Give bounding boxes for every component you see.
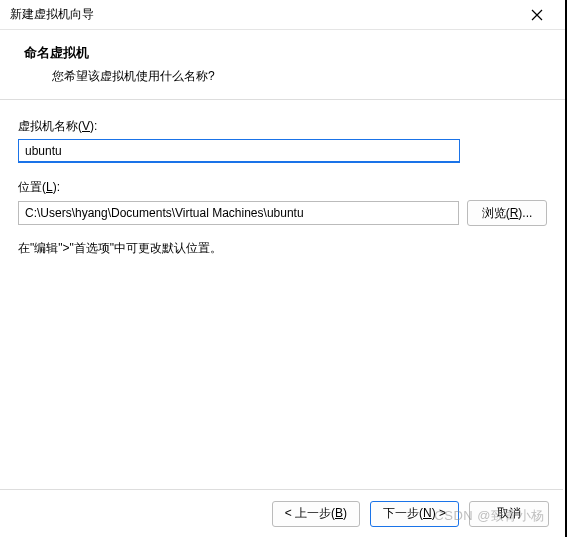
close-button[interactable] bbox=[517, 1, 557, 29]
browse-button[interactable]: 浏览(R)... bbox=[467, 200, 547, 226]
wizard-content: 虚拟机名称(V): 位置(L): 浏览(R)... 在"编辑">"首选项"中可更… bbox=[0, 100, 565, 257]
window-title: 新建虚拟机向导 bbox=[10, 6, 94, 23]
titlebar: 新建虚拟机向导 bbox=[0, 0, 565, 30]
back-button[interactable]: < 上一步(B) bbox=[272, 501, 360, 527]
location-input[interactable] bbox=[18, 201, 459, 225]
wizard-header: 命名虚拟机 您希望该虚拟机使用什么名称? bbox=[0, 30, 565, 99]
vm-name-input[interactable] bbox=[18, 139, 460, 163]
wizard-footer: < 上一步(B) 下一步(N) > 取消 bbox=[0, 489, 563, 537]
location-hint: 在"编辑">"首选项"中可更改默认位置。 bbox=[18, 240, 547, 257]
wizard-subheading: 您希望该虚拟机使用什么名称? bbox=[52, 68, 555, 85]
next-button[interactable]: 下一步(N) > bbox=[370, 501, 459, 527]
cancel-button[interactable]: 取消 bbox=[469, 501, 549, 527]
location-label: 位置(L): bbox=[18, 179, 547, 196]
close-icon bbox=[531, 9, 543, 21]
vm-name-label: 虚拟机名称(V): bbox=[18, 118, 547, 135]
wizard-heading: 命名虚拟机 bbox=[24, 44, 555, 62]
